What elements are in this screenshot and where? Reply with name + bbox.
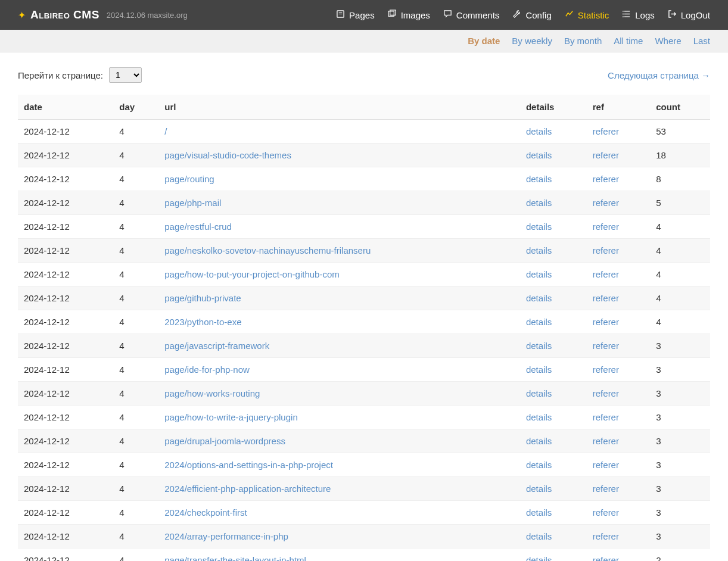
url-link[interactable]: page/routing (164, 174, 214, 184)
nav-logs[interactable]: Logs (622, 10, 655, 20)
referer-link[interactable]: referer (593, 364, 619, 375)
details-link[interactable]: details (526, 436, 552, 446)
nav-pages[interactable]: Pages (336, 10, 375, 20)
url-link[interactable]: page/php-mail (164, 198, 221, 208)
svg-point-10 (623, 16, 624, 17)
url-link[interactable]: page/visual-studio-code-themes (164, 150, 291, 160)
url-link[interactable]: page/javascript-framework (164, 341, 269, 351)
referer-link[interactable]: referer (593, 317, 619, 327)
comments-icon (443, 10, 452, 20)
subnav-byweekly[interactable]: By weekly (512, 36, 552, 46)
referer-link[interactable]: referer (593, 126, 619, 136)
referer-link[interactable]: referer (593, 198, 619, 208)
url-link[interactable]: 2024/array-performance-in-php (164, 531, 288, 541)
nav-images[interactable]: Images (388, 10, 430, 20)
cell-details: details (520, 191, 587, 215)
url-link[interactable]: page/drupal-joomla-wordpress (164, 436, 285, 446)
url-link[interactable]: page/how-to-write-a-jquery-plugin (164, 412, 297, 422)
details-link[interactable]: details (526, 364, 552, 375)
details-link[interactable]: details (526, 174, 552, 184)
url-link[interactable]: page/transfer-the-site-layout-in-html (164, 555, 306, 561)
cell-date: 2024-12-12 (18, 429, 113, 453)
referer-link[interactable]: referer (593, 460, 619, 470)
nav-logout[interactable]: LogOut (668, 10, 710, 20)
referer-link[interactable]: referer (593, 245, 619, 255)
cell-details: details (520, 501, 587, 525)
topbar: ✦ Albireo CMS 2024.12.06 maxsite.org Pag… (0, 0, 728, 30)
cell-day: 4 (113, 310, 158, 334)
cell-date: 2024-12-12 (18, 144, 113, 167)
cell-details: details (520, 358, 587, 382)
cell-date: 2024-12-12 (18, 477, 113, 501)
nav-label: Statistic (578, 10, 609, 20)
nav-label: Images (401, 10, 430, 20)
url-link[interactable]: / (164, 126, 167, 136)
cell-count: 4 (650, 310, 710, 334)
subnav-alltime[interactable]: All time (614, 36, 643, 46)
url-link[interactable]: 2024/efficient-php-application-architect… (164, 484, 331, 494)
details-link[interactable]: details (526, 555, 552, 561)
url-link[interactable]: 2023/python-to-exe (164, 317, 241, 327)
subnav-where[interactable]: Where (655, 36, 681, 46)
nav-comments[interactable]: Comments (443, 10, 500, 20)
details-link[interactable]: details (526, 222, 552, 232)
referer-link[interactable]: referer (593, 293, 619, 303)
url-link[interactable]: page/neskolko-sovetov-nachinayuschemu-fr… (164, 245, 371, 255)
referer-link[interactable]: referer (593, 341, 619, 351)
referer-link[interactable]: referer (593, 388, 619, 398)
cell-ref: referer (587, 382, 650, 406)
cell-ref: referer (587, 263, 650, 286)
cell-ref: referer (587, 191, 650, 215)
nav-statistic[interactable]: Statistic (565, 10, 609, 20)
cell-count: 3 (650, 525, 710, 548)
cell-details: details (520, 144, 587, 167)
cell-day: 4 (113, 453, 158, 477)
nav-config[interactable]: Config (512, 10, 551, 20)
subnav-bymonth[interactable]: By month (564, 36, 602, 46)
cell-url: page/ide-for-php-now (158, 358, 520, 382)
details-link[interactable]: details (526, 269, 552, 279)
cell-ref: referer (587, 286, 650, 310)
cell-count: 53 (650, 120, 710, 144)
url-link[interactable]: 2024/checkpoint-first (164, 507, 247, 518)
url-link[interactable]: page/how-to-put-your-project-on-github-c… (164, 269, 339, 279)
details-link[interactable]: details (526, 388, 552, 398)
referer-link[interactable]: referer (593, 150, 619, 160)
details-link[interactable]: details (526, 198, 552, 208)
details-link[interactable]: details (526, 341, 552, 351)
cell-details: details (520, 310, 587, 334)
page-select[interactable]: 1 (109, 67, 142, 83)
url-link[interactable]: page/ide-for-php-now (164, 364, 250, 375)
details-link[interactable]: details (526, 531, 552, 541)
details-link[interactable]: details (526, 293, 552, 303)
details-link[interactable]: details (526, 484, 552, 494)
referer-link[interactable]: referer (593, 222, 619, 232)
referer-link[interactable]: referer (593, 269, 619, 279)
next-page-link[interactable]: Следующая страница → (608, 70, 710, 80)
details-link[interactable]: details (526, 150, 552, 160)
details-link[interactable]: details (526, 460, 552, 470)
details-link[interactable]: details (526, 126, 552, 136)
referer-link[interactable]: referer (593, 174, 619, 184)
subnav-bydate[interactable]: By date (468, 36, 500, 46)
referer-link[interactable]: referer (593, 436, 619, 446)
referer-link[interactable]: referer (593, 507, 619, 518)
cell-day: 4 (113, 191, 158, 215)
details-link[interactable]: details (526, 245, 552, 255)
details-link[interactable]: details (526, 317, 552, 327)
referer-link[interactable]: referer (593, 555, 619, 561)
url-link[interactable]: page/github-private (164, 293, 241, 303)
subnav-last[interactable]: Last (693, 36, 710, 46)
url-link[interactable]: page/how-works-routing (164, 388, 260, 398)
cell-day: 4 (113, 477, 158, 501)
url-link[interactable]: page/restful-crud (164, 222, 232, 232)
nav-label: Config (525, 10, 551, 20)
referer-link[interactable]: referer (593, 412, 619, 422)
details-link[interactable]: details (526, 412, 552, 422)
referer-link[interactable]: referer (593, 531, 619, 541)
cell-ref: referer (587, 334, 650, 358)
referer-link[interactable]: referer (593, 484, 619, 494)
url-link[interactable]: 2024/options-and-settings-in-a-php-proje… (164, 460, 333, 470)
details-link[interactable]: details (526, 507, 552, 518)
logout-icon (668, 10, 677, 20)
